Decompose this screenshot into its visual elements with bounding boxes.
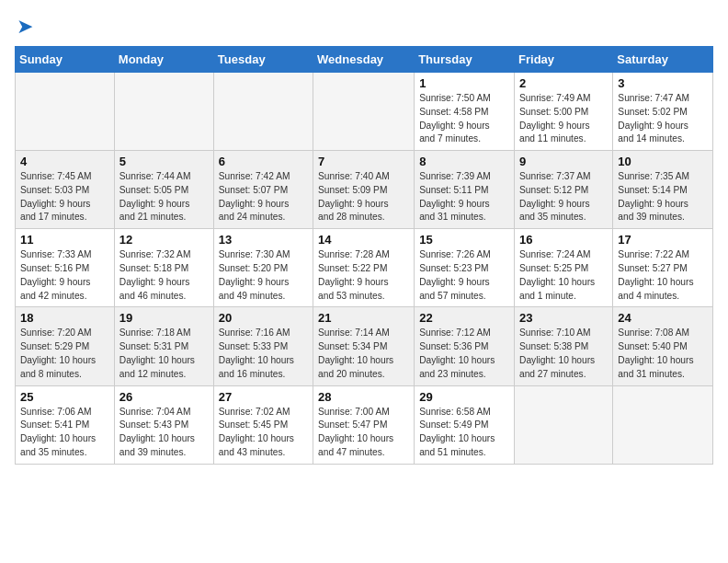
header-thursday: Thursday (415, 47, 515, 73)
day-number: 6 (219, 155, 308, 168)
calendar-cell (114, 73, 213, 151)
calendar-cell: 24Sunrise: 7:08 AMSunset: 5:40 PMDayligh… (613, 307, 713, 385)
calendar-cell (515, 385, 613, 464)
calendar-week-row: 18Sunrise: 7:20 AMSunset: 5:29 PMDayligh… (16, 307, 713, 385)
header-wednesday: Wednesday (313, 47, 415, 73)
calendar-week-row: 25Sunrise: 7:06 AMSunset: 5:41 PMDayligh… (16, 385, 713, 464)
calendar-cell: 10Sunrise: 7:35 AMSunset: 5:14 PMDayligh… (613, 151, 713, 229)
day-info: Sunrise: 7:33 AMSunset: 5:16 PMDaylight:… (20, 248, 109, 303)
page-header: ➤ (15, 15, 713, 39)
calendar-cell: 23Sunrise: 7:10 AMSunset: 5:38 PMDayligh… (515, 307, 613, 385)
day-number: 28 (318, 390, 409, 404)
day-number: 14 (318, 233, 409, 247)
logo: ➤ (15, 15, 33, 39)
day-number: 18 (20, 311, 109, 325)
day-info: Sunrise: 7:08 AMSunset: 5:40 PMDaylight:… (618, 327, 708, 381)
day-number: 5 (119, 155, 209, 168)
day-info: Sunrise: 7:28 AMSunset: 5:22 PMDaylight:… (318, 248, 409, 303)
calendar-cell: 8Sunrise: 7:39 AMSunset: 5:11 PMDaylight… (415, 151, 515, 229)
day-info: Sunrise: 7:06 AMSunset: 5:41 PMDaylight:… (20, 406, 109, 460)
calendar-cell: 5Sunrise: 7:44 AMSunset: 5:05 PMDaylight… (114, 151, 213, 229)
day-number: 4 (20, 155, 109, 168)
day-info: Sunrise: 7:10 AMSunset: 5:38 PMDaylight:… (519, 327, 608, 381)
header-saturday: Saturday (613, 47, 713, 73)
calendar-cell: 16Sunrise: 7:24 AMSunset: 5:25 PMDayligh… (515, 229, 613, 307)
day-info: Sunrise: 7:32 AMSunset: 5:18 PMDaylight:… (119, 248, 209, 303)
calendar-cell (613, 385, 713, 464)
calendar-cell: 1Sunrise: 7:50 AMSunset: 4:58 PMDaylight… (415, 73, 515, 151)
day-number: 21 (318, 311, 409, 325)
day-info: Sunrise: 7:47 AMSunset: 5:02 PMDaylight:… (618, 92, 708, 146)
day-number: 8 (419, 155, 509, 168)
header-monday: Monday (114, 47, 213, 73)
day-number: 16 (519, 233, 608, 247)
day-number: 1 (419, 76, 509, 90)
calendar-cell: 15Sunrise: 7:26 AMSunset: 5:23 PMDayligh… (415, 229, 515, 307)
day-number: 15 (419, 233, 509, 247)
day-info: Sunrise: 7:50 AMSunset: 4:58 PMDaylight:… (419, 92, 509, 146)
calendar-cell: 18Sunrise: 7:20 AMSunset: 5:29 PMDayligh… (16, 307, 115, 385)
day-number: 9 (519, 155, 608, 168)
header-sunday: Sunday (16, 47, 115, 73)
calendar-week-row: 1Sunrise: 7:50 AMSunset: 4:58 PMDaylight… (16, 73, 713, 151)
day-info: Sunrise: 7:30 AMSunset: 5:20 PMDaylight:… (219, 248, 308, 303)
day-info: Sunrise: 7:22 AMSunset: 5:27 PMDaylight:… (618, 248, 708, 303)
calendar-cell: 14Sunrise: 7:28 AMSunset: 5:22 PMDayligh… (313, 229, 415, 307)
calendar-week-row: 4Sunrise: 7:45 AMSunset: 5:03 PMDaylight… (16, 151, 713, 229)
calendar-cell: 13Sunrise: 7:30 AMSunset: 5:20 PMDayligh… (213, 229, 313, 307)
day-info: Sunrise: 7:44 AMSunset: 5:05 PMDaylight:… (119, 170, 209, 224)
day-info: Sunrise: 7:02 AMSunset: 5:45 PMDaylight:… (219, 406, 308, 460)
calendar-cell: 20Sunrise: 7:16 AMSunset: 5:33 PMDayligh… (213, 307, 313, 385)
calendar-cell: 29Sunrise: 6:58 AMSunset: 5:49 PMDayligh… (415, 385, 515, 464)
day-number: 26 (119, 390, 209, 404)
header-tuesday: Tuesday (213, 47, 313, 73)
day-info: Sunrise: 7:18 AMSunset: 5:31 PMDaylight:… (119, 327, 209, 381)
logo-bird-icon: ➤ (17, 15, 33, 38)
calendar-cell: 19Sunrise: 7:18 AMSunset: 5:31 PMDayligh… (114, 307, 213, 385)
calendar-cell: 22Sunrise: 7:12 AMSunset: 5:36 PMDayligh… (415, 307, 515, 385)
calendar-cell: 21Sunrise: 7:14 AMSunset: 5:34 PMDayligh… (313, 307, 415, 385)
logo-text: ➤ (15, 15, 33, 39)
calendar-cell: 7Sunrise: 7:40 AMSunset: 5:09 PMDaylight… (313, 151, 415, 229)
calendar-cell: 12Sunrise: 7:32 AMSunset: 5:18 PMDayligh… (114, 229, 213, 307)
calendar-cell: 9Sunrise: 7:37 AMSunset: 5:12 PMDaylight… (515, 151, 613, 229)
day-number: 23 (519, 311, 608, 325)
day-number: 20 (219, 311, 308, 325)
day-number: 24 (618, 311, 708, 325)
day-number: 7 (318, 155, 409, 168)
day-number: 29 (419, 390, 509, 404)
day-info: Sunrise: 7:12 AMSunset: 5:36 PMDaylight:… (419, 327, 509, 381)
day-info: Sunrise: 6:58 AMSunset: 5:49 PMDaylight:… (419, 406, 509, 460)
day-number: 25 (20, 390, 109, 404)
day-number: 3 (618, 76, 708, 90)
calendar-cell: 25Sunrise: 7:06 AMSunset: 5:41 PMDayligh… (16, 385, 115, 464)
day-number: 19 (119, 311, 209, 325)
day-info: Sunrise: 7:49 AMSunset: 5:00 PMDaylight:… (519, 92, 608, 146)
day-number: 12 (119, 233, 209, 247)
calendar-cell: 11Sunrise: 7:33 AMSunset: 5:16 PMDayligh… (16, 229, 115, 307)
calendar-cell: 28Sunrise: 7:00 AMSunset: 5:47 PMDayligh… (313, 385, 415, 464)
calendar-cell: 17Sunrise: 7:22 AMSunset: 5:27 PMDayligh… (613, 229, 713, 307)
day-info: Sunrise: 7:00 AMSunset: 5:47 PMDaylight:… (318, 406, 409, 460)
calendar-cell (313, 73, 415, 151)
day-number: 11 (20, 233, 109, 247)
day-number: 10 (618, 155, 708, 168)
calendar-cell: 2Sunrise: 7:49 AMSunset: 5:00 PMDaylight… (515, 73, 613, 151)
calendar-cell (16, 73, 115, 151)
calendar-cell (213, 73, 313, 151)
day-info: Sunrise: 7:20 AMSunset: 5:29 PMDaylight:… (20, 327, 109, 381)
day-info: Sunrise: 7:42 AMSunset: 5:07 PMDaylight:… (219, 170, 308, 224)
day-info: Sunrise: 7:40 AMSunset: 5:09 PMDaylight:… (318, 170, 409, 224)
day-number: 22 (419, 311, 509, 325)
day-info: Sunrise: 7:45 AMSunset: 5:03 PMDaylight:… (20, 170, 109, 224)
header-friday: Friday (515, 47, 613, 73)
day-number: 13 (219, 233, 308, 247)
day-number: 2 (519, 76, 608, 90)
day-number: 17 (618, 233, 708, 247)
day-info: Sunrise: 7:16 AMSunset: 5:33 PMDaylight:… (219, 327, 308, 381)
day-info: Sunrise: 7:04 AMSunset: 5:43 PMDaylight:… (119, 406, 209, 460)
calendar-table: SundayMondayTuesdayWednesdayThursdayFrid… (15, 46, 713, 465)
calendar-cell: 26Sunrise: 7:04 AMSunset: 5:43 PMDayligh… (114, 385, 213, 464)
day-number: 27 (219, 390, 308, 404)
calendar-cell: 6Sunrise: 7:42 AMSunset: 5:07 PMDaylight… (213, 151, 313, 229)
